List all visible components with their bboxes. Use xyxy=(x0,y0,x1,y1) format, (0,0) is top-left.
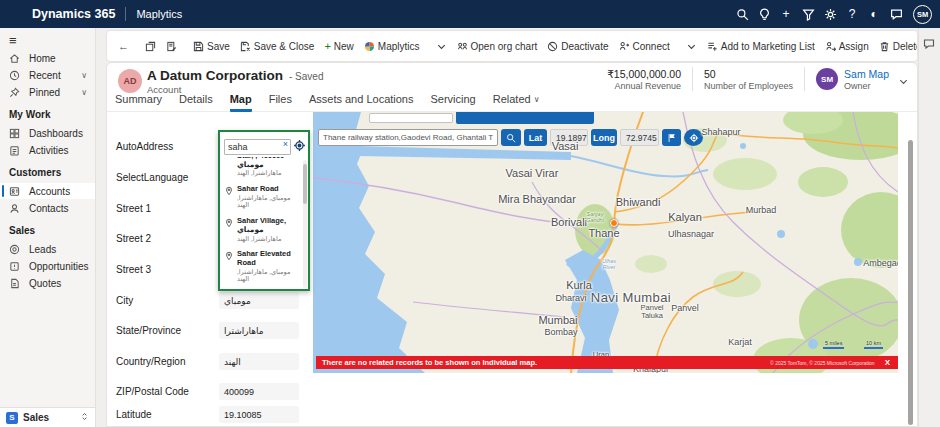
sidebar-item-activities[interactable]: Activities xyxy=(0,142,95,158)
field-label-street-1: Street 1 xyxy=(116,203,151,214)
page-scrollbar[interactable] xyxy=(908,140,913,425)
suggestion-item[interactable]: Star, , 400099 مومبايماهاراشترا, الهند xyxy=(220,157,302,181)
suggestion-item[interactable]: Sahakari BhandarV S Khandekar Road xyxy=(220,287,302,289)
deactivate-button[interactable]: Deactivate xyxy=(542,35,613,57)
sidebar-item-leads[interactable]: Leads xyxy=(0,241,95,257)
plot-button[interactable] xyxy=(662,129,681,146)
assign-button[interactable]: Assign xyxy=(820,35,874,57)
app-title: Dynamics 365 xyxy=(32,7,115,21)
owner-name[interactable]: Sam Map xyxy=(844,68,889,80)
gear-icon[interactable] xyxy=(819,3,841,25)
overflow-chevron-1[interactable] xyxy=(431,35,452,57)
owner-block[interactable]: SM Sam Map Owner xyxy=(816,68,889,91)
map-locate-button[interactable] xyxy=(684,129,703,146)
half-icon[interactable]: ◐ xyxy=(863,3,885,25)
map-search-button[interactable] xyxy=(501,129,521,146)
map-label-mira-bhayandar: Mira Bhayandar xyxy=(498,194,576,206)
dropdown-scrollbar[interactable] xyxy=(303,160,307,288)
field-input-zip-postal-code[interactable]: 400099 xyxy=(219,383,299,400)
filter-icon[interactable] xyxy=(797,3,819,25)
save-button[interactable]: Save xyxy=(188,35,235,57)
sidebar-item-opportunities[interactable]: Opportunities xyxy=(0,258,95,274)
new-form-button[interactable] xyxy=(161,35,182,57)
suggestion-item[interactable]: Sahar Roadمومباي, ماهاراشترا, الهند xyxy=(220,181,302,213)
lat-button[interactable]: Lat xyxy=(524,129,547,146)
map-label-borivali: Borivali xyxy=(551,217,587,229)
long-button[interactable]: Long xyxy=(591,129,617,146)
waffle-icon[interactable] xyxy=(0,0,28,28)
overflow-chevron-2[interactable] xyxy=(681,35,702,57)
long-value[interactable]: 72.9745 xyxy=(620,129,659,146)
record-title: A Datum Corporation- Saved xyxy=(147,68,323,83)
sidebar-item-home[interactable]: Home xyxy=(0,50,95,66)
tab-related[interactable]: Related∨ xyxy=(493,93,540,109)
maplytics-button[interactable]: Maplytics xyxy=(359,35,425,57)
header-stats: ₹15,000,000.00 Annual Revenue 50 Number … xyxy=(607,67,889,91)
clear-icon[interactable]: × xyxy=(283,138,288,150)
field-input-latitude[interactable]: 19.10085 xyxy=(219,406,299,423)
opportunities-icon xyxy=(9,260,23,272)
field-label-zip-postal-code: ZIP/Postal Code xyxy=(116,386,189,397)
assign-icon xyxy=(825,41,836,52)
sidebar-item-pinned[interactable]: Pinned∨ xyxy=(0,84,95,100)
map-pin-icon xyxy=(224,186,235,209)
area-switcher[interactable]: S Sales xyxy=(0,407,95,427)
no-records-banner: There are no related records to be shown… xyxy=(316,356,898,369)
field-input-state-province[interactable]: ماهاراشترا xyxy=(219,322,299,339)
delete-button[interactable]: Delete xyxy=(874,35,918,57)
suggestion-item[interactable]: Sahar Elevated Roadمومباي, ماهاراشترا, ا… xyxy=(220,246,302,287)
deactivate-icon xyxy=(547,41,558,52)
stat-divider xyxy=(692,67,693,91)
hamburger-icon[interactable]: ≡ xyxy=(0,31,95,49)
chat-icon[interactable] xyxy=(885,3,907,25)
app-window: Dynamics 365 Maplytics +?◐ SM ≡ HomeRece… xyxy=(0,0,940,427)
search-icon[interactable] xyxy=(731,3,753,25)
map-label-kalyan: Kalyan xyxy=(668,212,702,224)
back-button[interactable]: ← xyxy=(113,35,134,57)
map-label-kurla: Kurla xyxy=(566,280,592,292)
header-collapse-chevron[interactable] xyxy=(898,73,909,91)
tab-files[interactable]: Files xyxy=(269,93,292,109)
tab-servicing[interactable]: Servicing xyxy=(431,93,476,109)
map-search-input[interactable] xyxy=(318,129,498,146)
new-button[interactable]: +New xyxy=(319,35,358,57)
tab-label: Details xyxy=(179,93,213,105)
map-label-ambegaon: Ambegaon xyxy=(863,259,898,268)
area-badge: S xyxy=(6,412,18,424)
suggestion-item[interactable]: Sahar Village, مومبايماهاراشترا, الهند xyxy=(220,213,302,246)
sidebar-item-dashboards[interactable]: Dashboards xyxy=(0,125,95,141)
tab-assets-and-locations[interactable]: Assets and Locations xyxy=(309,93,414,109)
back-icon: ← xyxy=(118,40,129,52)
field-input-city[interactable]: مومباي xyxy=(219,292,299,309)
chat-icon[interactable] xyxy=(923,36,935,54)
autoaddress-search-input[interactable] xyxy=(224,139,291,155)
popout-button[interactable] xyxy=(140,35,161,57)
gps-locate-icon[interactable] xyxy=(293,139,306,152)
add-icon[interactable]: + xyxy=(775,3,797,25)
open-org-chart-button[interactable]: Open org chart xyxy=(452,35,543,57)
tab-details[interactable]: Details xyxy=(179,93,213,109)
sidebar-item-quotes[interactable]: Quotes xyxy=(0,275,95,291)
sidebar-item-recent[interactable]: Recent∨ xyxy=(0,67,95,83)
map-marker[interactable] xyxy=(610,219,618,227)
clipped-tab-right[interactable] xyxy=(456,112,594,124)
suggestion-title: Sahar Village, مومباي xyxy=(237,217,301,234)
tab-map[interactable]: Map xyxy=(230,93,252,112)
pin-icon xyxy=(9,86,23,98)
sidebar-item-contacts[interactable]: Contacts xyxy=(0,200,95,216)
add-to-marketing-list-button[interactable]: Add to Marketing List xyxy=(702,35,820,57)
tab-summary[interactable]: Summary xyxy=(115,93,162,109)
chevdown-icon xyxy=(436,41,447,52)
save-close-button[interactable]: Save & Close xyxy=(235,35,320,57)
banner-close-button[interactable]: X xyxy=(885,358,890,367)
field-label-street-2: Street 2 xyxy=(116,233,151,244)
user-avatar[interactable]: SM xyxy=(913,5,932,24)
help-icon[interactable]: ? xyxy=(841,3,863,25)
area-label: Sales xyxy=(23,412,80,423)
sidebar-item-accounts[interactable]: Accounts xyxy=(0,183,95,199)
clipped-tab-left[interactable] xyxy=(369,113,453,123)
field-input-country-region[interactable]: الهند xyxy=(219,353,299,370)
map-canvas[interactable]: Lat 19.1897 Long 72.9745 ShahapurVasaiVa… xyxy=(313,112,898,373)
connect-button[interactable]: Connect xyxy=(614,35,675,57)
bulb-icon[interactable] xyxy=(753,3,775,25)
